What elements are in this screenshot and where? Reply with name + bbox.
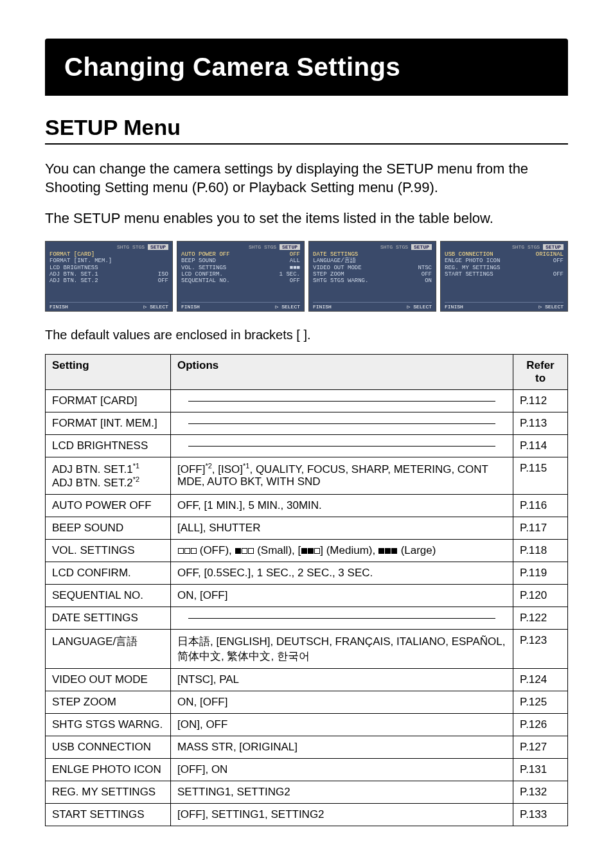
table-row: FORMAT [INT. MEM.] P.113: [46, 412, 568, 434]
refer-cell: P.127: [513, 736, 568, 759]
setup-screen-4: SHTG STGS SETUP USB CONNECTIONORIGINAL E…: [440, 241, 568, 312]
table-row: USB CONNECTIONMASS STR, [ORIGINAL]P.127: [46, 736, 568, 759]
refer-cell: P.116: [513, 495, 568, 517]
table-row: LCD CONFIRM.OFF, [0.5SEC.], 1 SEC., 2 SE…: [46, 562, 568, 585]
default-caption: The default values are enclosed in brack…: [45, 328, 568, 342]
refer-cell: P.120: [513, 585, 568, 607]
refer-cell: P.113: [513, 412, 568, 434]
refer-cell: P.117: [513, 517, 568, 540]
screenshots-row: SHTG STGS SETUP FORMAT [CARD] FORMAT [IN…: [45, 241, 568, 312]
setting-cell: VOL. SETTINGS: [46, 540, 171, 562]
setting-cell: DATE SETTINGS: [46, 607, 171, 630]
table-row: BEEP SOUND[ALL], SHUTTERP.117: [46, 517, 568, 540]
options-cell: 日本語, [ENGLISH], DEUTSCH, FRANÇAIS, ITALI…: [171, 630, 513, 669]
table-row: ENLGE PHOTO ICON[OFF], ONP.131: [46, 759, 568, 781]
setting-cell: ADJ BTN. SET.1*1ADJ BTN. SET.2*2: [46, 457, 171, 494]
setting-cell: SEQUENTIAL NO.: [46, 585, 171, 607]
options-cell: [NTSC], PAL: [171, 669, 513, 691]
setting-cell: FORMAT [CARD]: [46, 389, 171, 412]
options-cell: (OFF), (Small), [] (Medium), (Large): [171, 540, 513, 562]
header-bar: Changing Camera Settings: [45, 39, 568, 96]
setting-cell: USB CONNECTION: [46, 736, 171, 759]
options-cell: [ON], OFF: [171, 714, 513, 736]
options-cell: [171, 412, 513, 434]
intro-paragraph-1: You can change the camera settings by di…: [45, 160, 568, 197]
refer-cell: P.125: [513, 691, 568, 714]
options-cell: OFF, [1 MIN.], 5 MIN., 30MIN.: [171, 495, 513, 517]
refer-cell: P.131: [513, 759, 568, 781]
table-row: VOL. SETTINGS (OFF), (Small), [] (Medium…: [46, 540, 568, 562]
options-cell: [171, 389, 513, 412]
setting-cell: LCD CONFIRM.: [46, 562, 171, 585]
setting-cell: REG. MY SETTINGS: [46, 781, 171, 804]
options-cell: ON, [OFF]: [171, 585, 513, 607]
table-row: FORMAT [CARD] P.112: [46, 389, 568, 412]
header-title: Changing Camera Settings: [64, 53, 549, 82]
setting-cell: START SETTINGS: [46, 804, 171, 826]
table-row: AUTO POWER OFFOFF, [1 MIN.], 5 MIN., 30M…: [46, 495, 568, 517]
th-refer: Refer to: [513, 354, 568, 389]
setting-cell: VIDEO OUT MODE: [46, 669, 171, 691]
table-row: VIDEO OUT MODE[NTSC], PALP.124: [46, 669, 568, 691]
options-cell: [OFF], SETTING1, SETTING2: [171, 804, 513, 826]
refer-cell: P.132: [513, 781, 568, 804]
th-options: Options: [171, 354, 513, 389]
options-cell: [OFF]*2, [ISO]*1, QUALITY, FOCUS, SHARP,…: [171, 457, 513, 494]
table-row: DATE SETTINGS P.122: [46, 607, 568, 630]
refer-cell: P.126: [513, 714, 568, 736]
setting-cell: STEP ZOOM: [46, 691, 171, 714]
table-row: REG. MY SETTINGSSETTING1, SETTING2P.132: [46, 781, 568, 804]
options-cell: [OFF], ON: [171, 759, 513, 781]
table-row: LANGUAGE/言語日本語, [ENGLISH], DEUTSCH, FRAN…: [46, 630, 568, 669]
refer-cell: P.114: [513, 434, 568, 457]
table-row: START SETTINGS[OFF], SETTING1, SETTING2P…: [46, 804, 568, 826]
options-cell: SETTING1, SETTING2: [171, 781, 513, 804]
refer-cell: P.118: [513, 540, 568, 562]
setting-cell: LCD BRIGHTNESS: [46, 434, 171, 457]
options-cell: ON, [OFF]: [171, 691, 513, 714]
options-cell: [171, 434, 513, 457]
setting-cell: ENLGE PHOTO ICON: [46, 759, 171, 781]
table-row: ADJ BTN. SET.1*1ADJ BTN. SET.2*2[OFF]*2,…: [46, 457, 568, 494]
refer-cell: P.123: [513, 630, 568, 669]
intro-paragraph-2: The SETUP menu enables you to set the it…: [45, 209, 568, 228]
table-row: SHTG STGS WARNG.[ON], OFFP.126: [46, 714, 568, 736]
refer-cell: P.133: [513, 804, 568, 826]
refer-cell: P.119: [513, 562, 568, 585]
setting-cell: SHTG STGS WARNG.: [46, 714, 171, 736]
setting-cell: BEEP SOUND: [46, 517, 171, 540]
options-cell: [171, 607, 513, 630]
table-row: SEQUENTIAL NO.ON, [OFF]P.120: [46, 585, 568, 607]
section-underline: [45, 143, 568, 145]
options-cell: OFF, [0.5SEC.], 1 SEC., 2 SEC., 3 SEC.: [171, 562, 513, 585]
setup-screen-1: SHTG STGS SETUP FORMAT [CARD] FORMAT [IN…: [45, 241, 173, 312]
refer-cell: P.112: [513, 389, 568, 412]
table-row: STEP ZOOMON, [OFF]P.125: [46, 691, 568, 714]
section-title: SETUP Menu: [45, 115, 568, 140]
setting-cell: FORMAT [INT. MEM.]: [46, 412, 171, 434]
setting-cell: AUTO POWER OFF: [46, 495, 171, 517]
refer-cell: P.122: [513, 607, 568, 630]
options-cell: MASS STR, [ORIGINAL]: [171, 736, 513, 759]
settings-table: Setting Options Refer to FORMAT [CARD] P…: [45, 354, 568, 826]
th-setting: Setting: [46, 354, 171, 389]
setup-screen-2: SHTG STGS SETUP AUTO POWER OFFOFF BEEP S…: [177, 241, 305, 312]
refer-cell: P.115: [513, 457, 568, 494]
table-row: LCD BRIGHTNESS P.114: [46, 434, 568, 457]
setup-screen-3: SHTG STGS SETUP DATE SETTINGS LANGUAGE/言…: [308, 241, 436, 312]
setting-cell: LANGUAGE/言語: [46, 630, 171, 669]
refer-cell: P.124: [513, 669, 568, 691]
options-cell: [ALL], SHUTTER: [171, 517, 513, 540]
